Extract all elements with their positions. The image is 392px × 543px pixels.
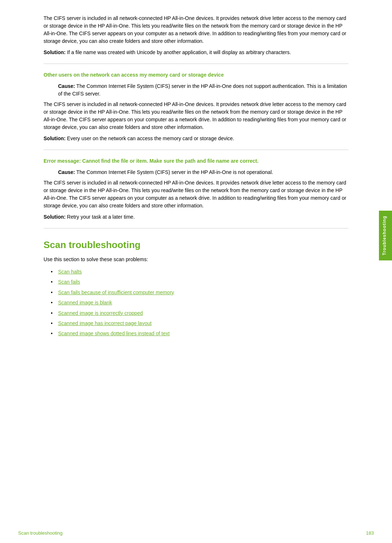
list-item: Scan fails because of insufficient compu…: [51, 288, 348, 296]
list-item: Scan halts: [51, 268, 348, 276]
solution-label-2: Solution:: [44, 135, 66, 141]
cifs-intro-solution: Solution: If a file name was created wit…: [44, 49, 348, 56]
footer-bar: Scan troubleshooting 183: [0, 530, 392, 536]
cifs-intro-solution-text: If a file name was created with Unicode …: [66, 49, 291, 55]
scanned-layout-link[interactable]: Scanned image has incorrect page layout: [58, 320, 152, 326]
other-users-heading: Other users on the network can access my…: [44, 71, 348, 79]
error-message-heading: Error message: Cannot find the file or i…: [44, 157, 348, 165]
cause-label-3: Cause:: [58, 169, 75, 175]
section-other-users: Other users on the network can access my…: [44, 71, 348, 142]
error-solution: Solution: Retry your task at a later tim…: [44, 213, 348, 221]
sidebar-tab-label: Troubleshooting: [382, 216, 387, 255]
scanned-dotted-link[interactable]: Scanned image shows dotted lines instead…: [58, 331, 170, 336]
scan-fails-memory-link[interactable]: Scan fails because of insufficient compu…: [58, 289, 174, 295]
solution-label-3: Solution:: [44, 214, 66, 220]
sidebar-tab: Troubleshooting: [379, 211, 392, 260]
cause-text-2: The Common Internet File System (CIFS) s…: [58, 83, 347, 97]
cifs-intro-paragraph: The CIFS server is included in all netwo…: [44, 15, 348, 45]
divider-2: [44, 150, 348, 150]
scanned-cropped-link[interactable]: Scanned image is incorrectly cropped: [58, 310, 143, 316]
cifs-intro-text: The CIFS server is included in all netwo…: [44, 15, 346, 44]
section-error-message: Error message: Cannot find the file or i…: [44, 157, 348, 221]
footer-page-number: 183: [366, 530, 374, 536]
scan-troubleshooting-section: Scan troubleshooting Use this section to…: [44, 239, 348, 338]
other-users-solution: Solution: Every user on the network can …: [44, 135, 348, 142]
other-users-body: The CIFS server is included in all netwo…: [44, 101, 348, 131]
list-item: Scanned image is blank: [51, 299, 348, 307]
cause-label-2: Cause:: [58, 83, 75, 89]
list-item: Scan fails: [51, 278, 348, 286]
error-body: The CIFS server is included in all netwo…: [44, 179, 348, 210]
scan-halts-link[interactable]: Scan halts: [58, 269, 82, 275]
solution-label-1: Solution:: [44, 49, 66, 55]
scan-fails-link[interactable]: Scan fails: [58, 279, 80, 285]
list-item: Scanned image is incorrectly cropped: [51, 309, 348, 317]
solution-text-3: Retry your task at a later time.: [67, 214, 135, 220]
page-container: Troubleshooting The CIFS server is inclu…: [0, 0, 392, 543]
solution-text-2: Every user on the network can access the…: [67, 135, 234, 141]
footer-section-label: Scan troubleshooting: [18, 530, 62, 536]
scan-intro-text: Use this section to solve these scan pro…: [44, 256, 348, 263]
divider-1: [44, 64, 348, 64]
cause-text-3: The Common Internet File System (CIFS) s…: [76, 169, 273, 175]
error-cause: Cause: The Common Internet File System (…: [58, 169, 348, 176]
list-item: Scanned image has incorrect page layout: [51, 319, 348, 327]
other-users-cause: Cause: The Common Internet File System (…: [58, 82, 348, 98]
list-item: Scanned image shows dotted lines instead…: [51, 329, 348, 337]
scan-troubleshooting-heading: Scan troubleshooting: [44, 239, 348, 251]
main-content: The CIFS server is included in all netwo…: [44, 15, 348, 338]
scan-links-list: Scan halts Scan fails Scan fails because…: [51, 268, 348, 338]
divider-3: [44, 228, 348, 228]
scanned-blank-link[interactable]: Scanned image is blank: [58, 300, 112, 305]
